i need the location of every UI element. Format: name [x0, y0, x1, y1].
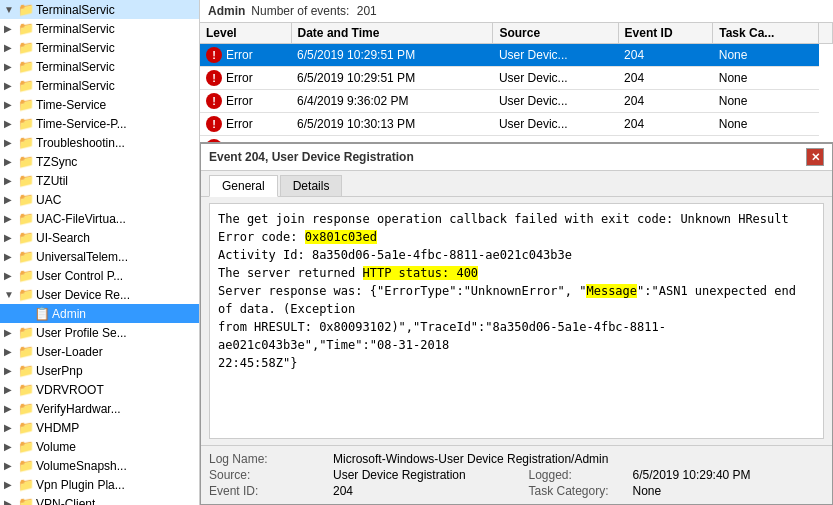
sidebar-item[interactable]: ▶📁VDRVROOT	[0, 380, 199, 399]
dialog-message-body: The get join response operation callback…	[209, 203, 824, 439]
sidebar-item-label: Vpn Plugin Pla...	[36, 478, 125, 492]
sidebar-item-label: User-Loader	[36, 345, 103, 359]
folder-icon: 📁	[18, 249, 36, 264]
close-button[interactable]: ✕	[806, 148, 824, 166]
sidebar-item-label: UAC	[36, 193, 61, 207]
table-column-header: Event ID	[618, 23, 713, 44]
tree-arrow-icon: ▶	[4, 61, 18, 72]
folder-icon: 📁	[18, 287, 36, 302]
table-row[interactable]: !Error6/4/2019 9:36:02 PMUser Devic...20…	[200, 90, 833, 113]
sidebar: ▼📁TerminalServic▶📁TerminalServic▶📁Termin…	[0, 0, 200, 505]
table-row[interactable]: !Error6/5/2019 10:30:13 PMUser Devic...2…	[200, 113, 833, 136]
sidebar-item[interactable]: ▶📁Volume	[0, 437, 199, 456]
sidebar-item-label: VolumeSnapsh...	[36, 459, 127, 473]
sidebar-item[interactable]: 📋Admin	[0, 304, 199, 323]
sidebar-item-label: User Device Re...	[36, 288, 130, 302]
error-icon: !	[206, 116, 222, 132]
sidebar-item[interactable]: ▶📁User Control P...	[0, 266, 199, 285]
sidebar-item-label: User Profile Se...	[36, 326, 127, 340]
sidebar-item[interactable]: ▼📁User Device Re...	[0, 285, 199, 304]
sidebar-item[interactable]: ▶📁VPN-Client	[0, 494, 199, 505]
sidebar-item[interactable]: ▶📁UAC-FileVirtua...	[0, 209, 199, 228]
sidebar-item-label: TZUtil	[36, 174, 68, 188]
folder-icon: 📁	[18, 192, 36, 207]
tree-arrow-icon: ▶	[4, 175, 18, 186]
header-bar: Admin Number of events: 201	[200, 0, 833, 23]
source-label: Source:	[209, 468, 329, 482]
tree-arrow-icon: ▶	[4, 479, 18, 490]
sidebar-item[interactable]: ▶📁User Profile Se...	[0, 323, 199, 342]
table-column-header: Task Ca...	[713, 23, 819, 44]
sidebar-item-label: TerminalServic	[36, 60, 115, 74]
events-table: LevelDate and TimeSourceEvent IDTask Ca.…	[200, 23, 833, 143]
tree-arrow-icon: ▶	[4, 441, 18, 452]
sidebar-item[interactable]: ▶📁TZUtil	[0, 171, 199, 190]
log-name-label: Log Name:	[209, 452, 329, 466]
table-row[interactable]: !Error6/5/2019 10:29:51 PMUser Devic...2…	[200, 67, 833, 90]
table-row[interactable]: !Error6/5/2019 10:29:51 PMUser Devic...2…	[200, 44, 833, 67]
tree-arrow-icon: ▶	[4, 213, 18, 224]
error-icon: !	[206, 47, 222, 63]
folder-icon: 📁	[18, 211, 36, 226]
event-id-label: Event ID:	[209, 484, 329, 498]
folder-icon: 📁	[18, 458, 36, 473]
sidebar-item-label: Time-Service-P...	[36, 117, 127, 131]
sidebar-item-label: TerminalServic	[36, 22, 115, 36]
folder-icon: 📁	[18, 59, 36, 74]
sidebar-item[interactable]: ▶📁TerminalServic	[0, 57, 199, 76]
sidebar-item[interactable]: ▶📁TerminalServic	[0, 38, 199, 57]
logged-label: Logged:	[529, 468, 629, 482]
sidebar-item[interactable]: ▶📁VolumeSnapsh...	[0, 456, 199, 475]
content-area: Admin Number of events: 201 LevelDate an…	[200, 0, 833, 505]
sidebar-item-label: UAC-FileVirtua...	[36, 212, 126, 226]
tab-general[interactable]: General	[209, 175, 278, 197]
sidebar-item-label: Troubleshootin...	[36, 136, 125, 150]
sidebar-item[interactable]: ▶📁Troubleshootin...	[0, 133, 199, 152]
sidebar-item[interactable]: ▶📁Time-Service	[0, 95, 199, 114]
error-icon: !	[206, 70, 222, 86]
folder-icon: 📁	[18, 230, 36, 245]
folder-icon: 📁	[18, 401, 36, 416]
dialog-title-bar: Event 204, User Device Registration ✕	[201, 144, 832, 171]
sidebar-item-label: TerminalServic	[36, 3, 115, 17]
sidebar-item[interactable]: ▶📁User-Loader	[0, 342, 199, 361]
task-category-label: Task Category:	[529, 484, 629, 498]
sidebar-item[interactable]: ▶📁VerifyHardwar...	[0, 399, 199, 418]
error-icon: !	[206, 139, 222, 143]
sidebar-item[interactable]: ▶📁TZSync	[0, 152, 199, 171]
sidebar-item-label: VDRVROOT	[36, 383, 104, 397]
sidebar-item-label: Admin	[52, 307, 86, 321]
sidebar-item[interactable]: ▶📁TerminalServic	[0, 19, 199, 38]
highlighted-text: 0x801c03ed	[305, 230, 377, 244]
sidebar-item[interactable]: ▶📁Time-Service-P...	[0, 114, 199, 133]
tree-arrow-icon: ▶	[4, 498, 18, 505]
message-line: 22:45:58Z"}	[218, 354, 815, 372]
sidebar-item-label: VerifyHardwar...	[36, 402, 121, 416]
logged-value: 6/5/2019 10:29:40 PM	[633, 468, 825, 482]
message-line: from HRESULT: 0x80093102)","TraceId":"8a…	[218, 318, 815, 354]
folder-icon: 📁	[18, 135, 36, 150]
tree-arrow-icon: ▶	[4, 137, 18, 148]
sidebar-item[interactable]: ▶📁VHDMP	[0, 418, 199, 437]
tree-arrow-icon: ▶	[4, 460, 18, 471]
table-row[interactable]: !E...6/6/2019 10:30:15 PMUser Devic...20…	[200, 136, 833, 144]
dialog-tabs: General Details	[201, 171, 832, 197]
sidebar-item[interactable]: ▼📁TerminalServic	[0, 0, 199, 19]
sidebar-item[interactable]: ▶📁UniversalTelem...	[0, 247, 199, 266]
tree-arrow-icon: ▶	[4, 422, 18, 433]
highlighted-text: HTTP status: 400	[363, 266, 479, 280]
tree-arrow-icon: ▶	[4, 232, 18, 243]
message-line: Server response was: {"ErrorType":"Unkno…	[218, 282, 815, 318]
folder-icon: 📁	[18, 477, 36, 492]
sidebar-item[interactable]: ▶📁TerminalServic	[0, 76, 199, 95]
sidebar-item[interactable]: ▶📁UserPnp	[0, 361, 199, 380]
sidebar-item[interactable]: ▶📁Vpn Plugin Pla...	[0, 475, 199, 494]
highlighted-text: Message	[586, 284, 637, 298]
tree-arrow-icon: ▶	[4, 403, 18, 414]
sidebar-item[interactable]: ▶📁UI-Search	[0, 228, 199, 247]
sidebar-item-label: User Control P...	[36, 269, 123, 283]
tree-arrow-icon: ▶	[4, 327, 18, 338]
tab-details[interactable]: Details	[280, 175, 343, 196]
folder-icon: 📋	[34, 306, 52, 321]
sidebar-item[interactable]: ▶📁UAC	[0, 190, 199, 209]
